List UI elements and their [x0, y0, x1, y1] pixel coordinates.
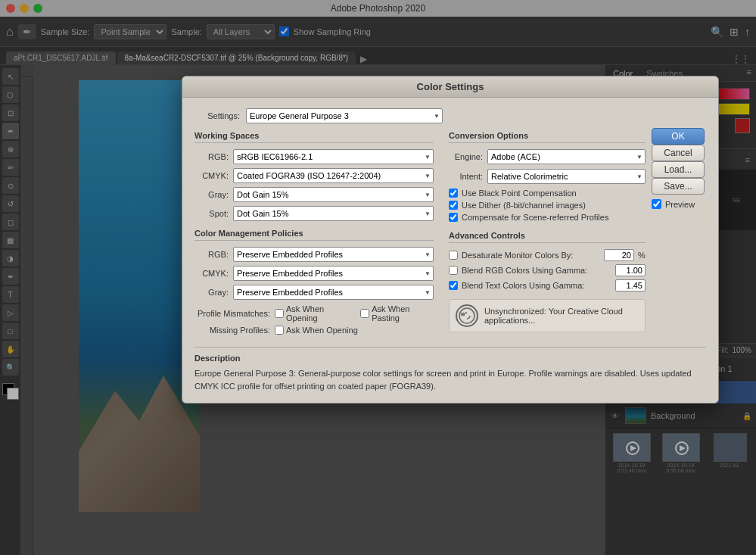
description-title: Description [194, 354, 706, 363]
black-point-row: Use Black Point Compensation [449, 189, 646, 198]
ws-rgb-label: RGB: [194, 152, 229, 161]
conv-intent-select[interactable]: Relative Colorimetric [487, 169, 646, 184]
ws-rgb-select[interactable]: sRGB IEC61966-2.1 [233, 149, 434, 164]
conv-engine-row: Engine: Adobe (ACE) [449, 149, 646, 164]
mismatch-ask-opening-checkbox[interactable] [275, 309, 284, 318]
missing-ask-opening-label: Ask When Opening [286, 326, 358, 335]
black-point-checkbox[interactable] [449, 189, 458, 198]
conv-engine-select-wrapper[interactable]: Adobe (ACE) [487, 149, 646, 164]
cmp-rgb-row: RGB: Preserve Embedded Profiles [194, 247, 434, 262]
conv-intent-row: Intent: Relative Colorimetric [449, 169, 646, 184]
blend-rgb-value[interactable] [615, 264, 646, 276]
mismatch-ask-pasting-label: Ask When Pasting [372, 304, 434, 323]
description-text: Europe General Purpose 3: General-purpos… [194, 367, 706, 392]
ws-cmyk-row: CMYK: Coated FOGRA39 (ISO 12647-2:2004) [194, 168, 434, 183]
conv-engine-select[interactable]: Adobe (ACE) [487, 149, 646, 164]
dither-label: Use Dither (8-bit/channel images) [462, 201, 586, 210]
unsync-icon [456, 304, 478, 327]
conv-engine-label: Engine: [449, 152, 483, 161]
ws-spot-select[interactable]: Dot Gain 15% [233, 206, 434, 221]
save-button[interactable]: Save... [652, 178, 705, 195]
cmp-gray-label: Gray: [194, 288, 229, 297]
ws-spot-select-wrapper[interactable]: Dot Gain 15% [233, 206, 434, 221]
ws-gray-select[interactable]: Dot Gain 15% [233, 187, 434, 202]
mismatch-ask-opening: Ask When Opening [275, 304, 351, 323]
compensate-row: Compensate for Scene-referred Profiles [449, 213, 646, 222]
mismatch-ask-pasting: Ask When Pasting [360, 304, 434, 323]
cmp-cmyk-select-wrapper[interactable]: Preserve Embedded Profiles [233, 266, 434, 281]
ps-background: Adobe Photoshop 2020 ⌂ ✒ Sample Size: Po… [0, 0, 756, 555]
mismatch-options: Ask When Opening Ask When Pasting [275, 304, 434, 323]
ok-button[interactable]: OK [652, 128, 705, 145]
mismatch-ask-pasting-checkbox[interactable] [360, 309, 369, 318]
cmp-cmyk-label: CMYK: [194, 269, 229, 278]
cmp-gray-select[interactable]: Preserve Embedded Profiles [233, 285, 434, 300]
cmp-rgb-label: RGB: [194, 250, 229, 259]
missing-ask-opening-checkbox[interactable] [275, 326, 284, 335]
ws-gray-select-wrapper[interactable]: Dot Gain 15% [233, 187, 434, 202]
compensate-label: Compensate for Scene-referred Profiles [462, 213, 608, 222]
unsync-text: Unsynchronized: Your Creative Cloud appl… [484, 307, 639, 325]
ws-spot-label: Spot: [194, 209, 229, 218]
cmp-title: Color Management Policies [194, 229, 434, 241]
ws-spot-row: Spot: Dot Gain 15% [194, 206, 434, 221]
ws-cmyk-select-wrapper[interactable]: Coated FOGRA39 (ISO 12647-2:2004) [233, 168, 434, 183]
missing-profiles-label: Missing Profiles: [194, 326, 270, 335]
cmp-gray-row: Gray: Preserve Embedded Profiles [194, 285, 434, 300]
settings-label: Settings: [194, 111, 240, 120]
blend-text-checkbox[interactable] [449, 281, 458, 290]
dialog-body: OK Cancel Load... Save... Preview Settin… [182, 98, 718, 403]
cmp-rgb-select-wrapper[interactable]: Preserve Embedded Profiles [233, 247, 434, 262]
blend-text-label: Blend Text Colors Using Gamma: [462, 281, 611, 290]
unsync-row: Unsynchronized: Your Creative Cloud appl… [449, 299, 646, 332]
color-settings-dialog: Color Settings OK Cancel Load... Save...… [182, 76, 719, 404]
dither-row: Use Dither (8-bit/channel images) [449, 201, 646, 210]
blend-text-value[interactable] [615, 279, 646, 292]
profile-mismatches-label: Profile Mismatches: [194, 309, 270, 318]
cancel-button[interactable]: Cancel [652, 145, 705, 161]
mismatch-ask-opening-label: Ask When Opening [286, 304, 351, 323]
desaturate-checkbox[interactable] [449, 251, 458, 260]
desaturate-row: Desaturate Monitor Colors By: % [449, 249, 646, 261]
conv-intent-label: Intent: [449, 172, 483, 181]
preview-checkbox[interactable] [652, 199, 661, 209]
settings-select[interactable]: Europe General Purpose 3 [246, 108, 443, 123]
missing-ask-opening: Ask When Opening [275, 326, 358, 335]
load-button[interactable]: Load... [652, 161, 705, 178]
blend-rgb-label: Blend RGB Colors Using Gamma: [462, 266, 611, 275]
desaturate-label: Desaturate Monitor Colors By: [462, 251, 600, 260]
ws-cmyk-label: CMYK: [194, 171, 229, 180]
missing-profiles-row: Missing Profiles: Ask When Opening [194, 326, 434, 335]
description-section: Description Europe General Purpose 3: Ge… [194, 347, 706, 392]
settings-select-wrapper[interactable]: Europe General Purpose 3 ▼ [246, 108, 443, 123]
desaturate-value[interactable] [604, 249, 634, 261]
conv-options-title: Conversion Options [449, 131, 646, 143]
dither-checkbox[interactable] [449, 201, 458, 210]
cmp-gray-select-wrapper[interactable]: Preserve Embedded Profiles [233, 285, 434, 300]
dialog-main-columns: Working Spaces RGB: sRGB IEC61966-2.1 CM… [194, 131, 646, 338]
preview-row: Preview [652, 199, 708, 209]
cmp-cmyk-row: CMYK: Preserve Embedded Profiles [194, 266, 434, 281]
black-point-label: Use Black Point Compensation [462, 189, 577, 198]
working-spaces-title: Working Spaces [194, 131, 434, 143]
ws-cmyk-select[interactable]: Coated FOGRA39 (ISO 12647-2:2004) [233, 168, 434, 183]
blend-rgb-checkbox[interactable] [449, 266, 458, 275]
dialog-right-column: Conversion Options Engine: Adobe (ACE) I… [449, 131, 646, 338]
dialog-buttons: OK Cancel Load... Save... Preview [652, 128, 708, 209]
missing-options: Ask When Opening [275, 326, 358, 335]
dialog-left-column: Working Spaces RGB: sRGB IEC61966-2.1 CM… [194, 131, 434, 338]
ws-rgb-select-wrapper[interactable]: sRGB IEC61966-2.1 [233, 149, 434, 164]
conv-intent-select-wrapper[interactable]: Relative Colorimetric [487, 169, 646, 184]
cmp-cmyk-select[interactable]: Preserve Embedded Profiles [233, 266, 434, 281]
compensate-checkbox[interactable] [449, 213, 458, 222]
preview-label: Preview [665, 200, 695, 209]
settings-row: Settings: Europe General Purpose 3 ▼ [194, 108, 706, 123]
ws-rgb-row: RGB: sRGB IEC61966-2.1 [194, 149, 434, 164]
ws-gray-row: Gray: Dot Gain 15% [194, 187, 434, 202]
desaturate-unit: % [638, 251, 646, 260]
ws-gray-label: Gray: [194, 190, 229, 199]
dialog-title: Color Settings [182, 76, 718, 98]
blend-text-row: Blend Text Colors Using Gamma: [449, 279, 646, 292]
blend-rgb-row: Blend RGB Colors Using Gamma: [449, 264, 646, 276]
cmp-rgb-select[interactable]: Preserve Embedded Profiles [233, 247, 434, 262]
